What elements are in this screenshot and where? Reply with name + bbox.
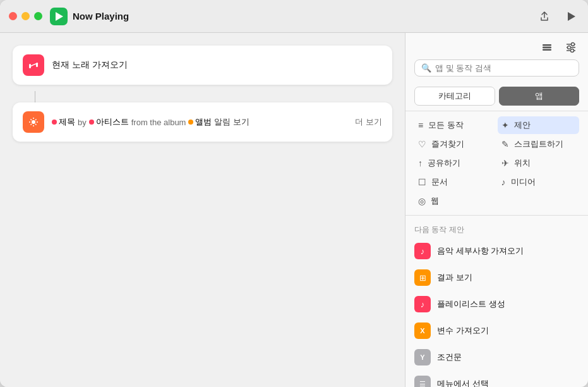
category-documents[interactable]: ☐ 문서 [414,173,496,191]
music-icon [23,54,44,76]
search-container: 🔍 [405,59,588,82]
svg-marker-0 [56,12,63,21]
svg-line-12 [31,124,32,125]
category-all-actions[interactable]: ≡ 모든 동작 [414,116,496,134]
maximize-button[interactable] [34,12,42,20]
play-icon [53,11,64,22]
categories-grid: ≡ 모든 동작 ✦ 제안 ♡ 즐겨찾기 ✎ 스크립트하기 ↑ 공유하기 [405,111,588,216]
suggestions-icon: ✦ [501,120,509,130]
connector-line [35,91,35,102]
action1-label: 현재 노래 가져오기 [52,59,128,71]
svg-point-17 [572,43,575,46]
category-location[interactable]: ✈ 위치 [498,154,580,172]
suggestion-get-variable[interactable]: X 변수 가져오기 [405,317,588,344]
sug-icon-results: ⊞ [414,269,431,286]
traffic-lights [9,12,42,20]
titlebar: Now Playing [0,0,588,33]
more-button[interactable]: 더 보기 [355,116,382,128]
svg-line-11 [35,120,37,121]
svg-line-9 [31,120,32,121]
media-label: 미디어 [511,176,536,188]
action2-detail: 제목 by 아티스트 from the album 앨범 알림 보기 [52,116,249,128]
sliders-icon [565,42,577,53]
minimize-button[interactable] [21,12,30,20]
suggestions-section: 다음 동작 제안 ♪ 음악 세부사항 가져오기 ⊞ 결과 보기 ♪ 플레이리스트… [405,216,588,387]
category-suggestions[interactable]: ✦ 제안 [498,116,580,134]
album-tag: 앨범 [188,116,212,128]
share-button[interactable] [536,8,553,25]
photos-app-icon [27,116,40,128]
category-favorites[interactable]: ♡ 즐겨찾기 [414,135,496,153]
close-button[interactable] [9,12,17,20]
media-icon: ♪ [501,177,506,187]
documents-icon: ☐ [418,177,426,187]
sug-icon-condition: Y [414,349,431,366]
search-bar[interactable]: 🔍 [414,59,579,77]
app-icon-title-group: Now Playing [50,8,129,25]
app-window: Now Playing [0,0,588,387]
sug-label-menu: 메뉴에서 선택 [437,378,489,387]
svg-line-10 [35,124,37,125]
app-icon [50,8,68,25]
svg-rect-14 [543,47,551,49]
sug-label-results: 결과 보기 [437,272,472,283]
suggestion-menu-select[interactable]: ☰ 메뉴에서 선택 [405,371,588,387]
sug-icon-playlist: ♪ [414,296,431,312]
layers-icon [541,42,553,53]
svg-marker-1 [568,12,575,21]
tab-app[interactable]: 앱 [499,87,580,106]
suggestions-title: 다음 동작 제안 [405,221,588,238]
location-label: 위치 [514,157,531,169]
location-icon: ✈ [501,158,509,168]
search-icon: 🔍 [421,63,431,73]
suggestion-create-playlist[interactable]: ♪ 플레이리스트 생성 [405,291,588,317]
suggestion-show-results[interactable]: ⊞ 결과 보기 [405,264,588,291]
panel-tabs: 카테고리 앱 [405,82,588,111]
suggestion-music-details[interactable]: ♪ 음악 세부사항 가져오기 [405,238,588,264]
artist-tag: 아티스트 [89,116,129,128]
svg-point-19 [568,46,571,49]
favorites-icon: ♡ [418,139,426,149]
category-share[interactable]: ↑ 공유하기 [414,154,496,172]
svg-rect-2 [29,64,31,68]
tag-dot-artist [89,120,94,125]
scripting-icon: ✎ [501,139,509,149]
panel-icon-button-2[interactable] [563,39,579,56]
panel-top-bar [405,33,588,59]
share-label: 공유하기 [428,157,460,169]
suggestions-label: 제안 [514,120,531,131]
sug-label-variable: 변수 가져오기 [437,325,489,336]
category-web[interactable]: ◎ 웹 [414,192,496,210]
web-icon: ◎ [418,196,426,206]
run-icon [565,11,577,22]
svg-rect-13 [543,44,551,46]
panel-icon-button-1[interactable] [539,39,555,56]
sug-label-playlist: 플레이리스트 생성 [437,298,505,310]
main-content: 현재 노래 가져오기 [0,33,588,387]
sug-icon-menu: ☰ [414,376,431,387]
window-title: Now Playing [73,11,129,22]
svg-rect-15 [543,49,551,51]
sug-icon-music-details: ♪ [414,243,431,259]
scripting-label: 스크립트하기 [514,138,563,150]
sug-label-condition: 조건문 [437,352,462,363]
right-panel: 🔍 카테고리 앱 ≡ 모든 동작 ✦ 제안 ♡ [405,33,588,387]
all-actions-icon: ≡ [418,120,423,130]
sug-icon-variable: X [414,322,431,339]
action-card-1[interactable]: 현재 노래 가져오기 [13,46,392,85]
titlebar-actions [536,8,579,25]
tab-category[interactable]: 카테고리 [414,87,495,106]
action-card-2[interactable]: 제목 by 아티스트 from the album 앨범 알림 보기 더 보기 [13,102,392,142]
all-actions-label: 모든 동작 [428,120,464,131]
title-tag: 제목 [52,116,75,128]
sug-label-music-details: 음악 세부사항 가져오기 [437,245,524,257]
share-icon [539,11,550,22]
suggestion-condition[interactable]: Y 조건문 [405,344,588,371]
category-media[interactable]: ♪ 미디어 [498,173,580,191]
search-input[interactable] [435,63,572,73]
tag-dot-album [188,120,193,125]
category-scripting[interactable]: ✎ 스크립트하기 [498,135,580,153]
run-button[interactable] [563,8,579,25]
favorites-label: 즐겨찾기 [431,138,464,150]
web-label: 웹 [431,195,439,207]
